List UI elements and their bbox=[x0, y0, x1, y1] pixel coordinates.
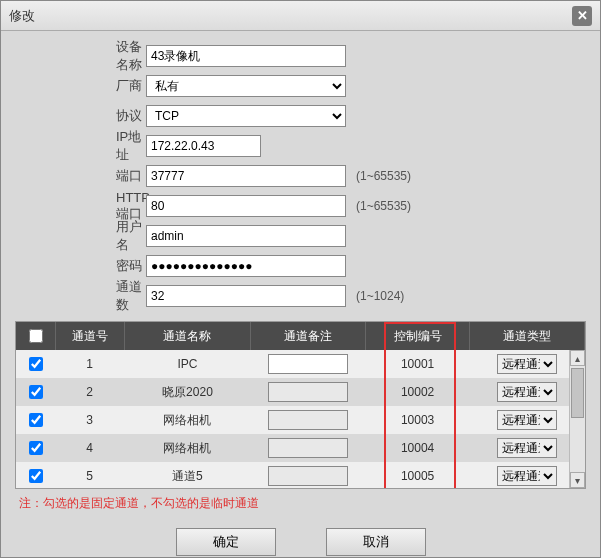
scroll-thumb[interactable] bbox=[571, 368, 584, 418]
cell-ctrl: 10002 bbox=[366, 378, 470, 406]
label-device-name: 设备名称 bbox=[21, 38, 146, 74]
http-port-input[interactable] bbox=[146, 195, 346, 217]
protocol-select[interactable]: TCP bbox=[146, 105, 346, 127]
table-row: 4网络相机10004远程通道 bbox=[16, 434, 585, 462]
cell-ctrl: 10003 bbox=[366, 406, 470, 434]
http-port-hint: (1~65535) bbox=[356, 199, 411, 213]
port-input[interactable] bbox=[146, 165, 346, 187]
row-checkbox[interactable] bbox=[29, 441, 43, 455]
password-input[interactable] bbox=[146, 255, 346, 277]
ip-input[interactable] bbox=[146, 135, 261, 157]
cell-no: 3 bbox=[55, 406, 124, 434]
type-select[interactable]: 远程通道 bbox=[497, 410, 557, 430]
type-select[interactable]: 远程通道 bbox=[497, 466, 557, 486]
row-checkbox[interactable] bbox=[29, 469, 43, 483]
channels-input[interactable] bbox=[146, 285, 346, 307]
cell-ctrl: 10001 bbox=[366, 350, 470, 378]
cell-no: 1 bbox=[55, 350, 124, 378]
type-select[interactable]: 远程通道 bbox=[497, 354, 557, 374]
type-select[interactable]: 远程通道 bbox=[497, 438, 557, 458]
user-input[interactable] bbox=[146, 225, 346, 247]
label-user: 用户名 bbox=[21, 218, 146, 254]
label-channels: 通道数 bbox=[21, 278, 146, 314]
label-protocol: 协议 bbox=[21, 107, 146, 125]
th-name: 通道名称 bbox=[124, 322, 251, 350]
cell-ctrl: 10005 bbox=[366, 462, 470, 489]
cell-no: 4 bbox=[55, 434, 124, 462]
table-row: 2晓原202010002远程通道 bbox=[16, 378, 585, 406]
device-name-input[interactable] bbox=[146, 45, 346, 67]
cell-name: 晓原2020 bbox=[124, 378, 251, 406]
cell-ctrl: 10004 bbox=[366, 434, 470, 462]
cell-name: 通道5 bbox=[124, 462, 251, 489]
table-header-row: 通道号 通道名称 通道备注 控制编号 通道类型 bbox=[16, 322, 585, 350]
table-row: 5通道510005远程通道 bbox=[16, 462, 585, 489]
scroll-down-icon[interactable]: ▾ bbox=[570, 472, 585, 488]
label-port: 端口 bbox=[21, 167, 146, 185]
cell-no: 5 bbox=[55, 462, 124, 489]
channel-table: 通道号 通道名称 通道备注 控制编号 通道类型 1IPC10001远程通道2晓原… bbox=[16, 322, 585, 489]
vendor-select[interactable]: 私有 bbox=[146, 75, 346, 97]
dialog-footer: 确定 取消 bbox=[1, 528, 600, 556]
cell-name: IPC bbox=[124, 350, 251, 378]
th-ctrl: 控制编号 bbox=[366, 322, 470, 350]
modify-dialog: 修改 ✕ 设备名称 厂商 私有 协议 TCP IP地址 端口 (1~65535) bbox=[0, 0, 601, 558]
remark-input[interactable] bbox=[268, 466, 348, 486]
label-password: 密码 bbox=[21, 257, 146, 275]
close-icon[interactable]: ✕ bbox=[572, 6, 592, 26]
th-no: 通道号 bbox=[55, 322, 124, 350]
table-row: 1IPC10001远程通道 bbox=[16, 350, 585, 378]
table-row: 3网络相机10003远程通道 bbox=[16, 406, 585, 434]
channel-table-wrap: 通道号 通道名称 通道备注 控制编号 通道类型 1IPC10001远程通道2晓原… bbox=[15, 321, 586, 489]
row-checkbox[interactable] bbox=[29, 385, 43, 399]
label-ip: IP地址 bbox=[21, 128, 146, 164]
row-checkbox[interactable] bbox=[29, 413, 43, 427]
cancel-button[interactable]: 取消 bbox=[326, 528, 426, 556]
dialog-title: 修改 bbox=[9, 7, 35, 25]
label-vendor: 厂商 bbox=[21, 77, 146, 95]
channels-hint: (1~1024) bbox=[356, 289, 404, 303]
port-hint: (1~65535) bbox=[356, 169, 411, 183]
scroll-up-icon[interactable]: ▴ bbox=[570, 350, 585, 366]
header-checkbox[interactable] bbox=[29, 329, 43, 343]
remark-input[interactable] bbox=[268, 382, 348, 402]
th-remark: 通道备注 bbox=[251, 322, 366, 350]
cell-no: 2 bbox=[55, 378, 124, 406]
form-area: 设备名称 厂商 私有 协议 TCP IP地址 端口 (1~65535) HTTP… bbox=[1, 31, 600, 317]
note-text: 注：勾选的是固定通道，不勾选的是临时通道 bbox=[19, 495, 600, 512]
cell-name: 网络相机 bbox=[124, 406, 251, 434]
table-scrollbar[interactable]: ▴ ▾ bbox=[569, 350, 585, 488]
row-checkbox[interactable] bbox=[29, 357, 43, 371]
type-select[interactable]: 远程通道 bbox=[497, 382, 557, 402]
remark-input[interactable] bbox=[268, 354, 348, 374]
cell-name: 网络相机 bbox=[124, 434, 251, 462]
remark-input[interactable] bbox=[268, 438, 348, 458]
remark-input[interactable] bbox=[268, 410, 348, 430]
titlebar: 修改 ✕ bbox=[1, 1, 600, 31]
th-type: 通道类型 bbox=[469, 322, 584, 350]
ok-button[interactable]: 确定 bbox=[176, 528, 276, 556]
